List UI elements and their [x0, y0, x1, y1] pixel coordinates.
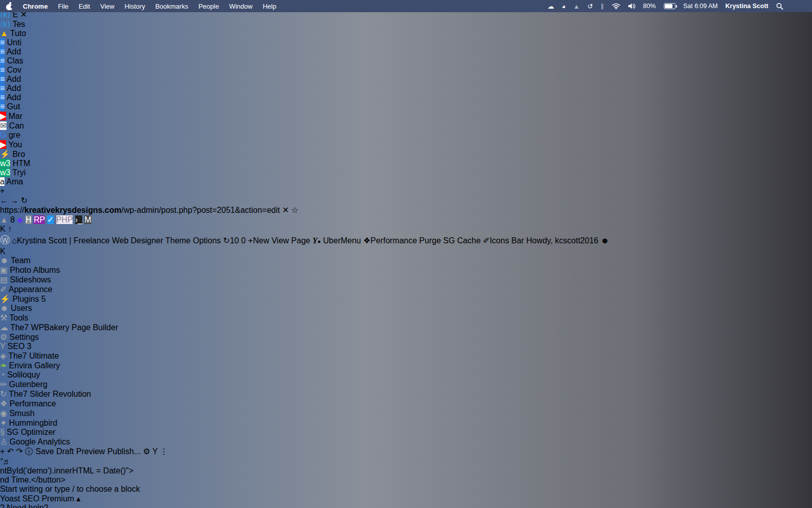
metabox-collapse-icon[interactable]: ▴ — [77, 494, 81, 503]
sidebar-item-appearance[interactable]: ✐ Appearance — [0, 284, 812, 294]
sidebar-item-slideshows[interactable]: ▤ Slideshows — [0, 275, 812, 284]
sidebar-item-team[interactable]: ☻ Team — [0, 256, 812, 265]
settings-gear-button[interactable]: ⚙ — [143, 447, 150, 456]
preview-button[interactable]: Preview — [76, 447, 105, 456]
menu-app-name[interactable]: Chrome — [23, 3, 48, 10]
menu-item[interactable]: Help — [263, 3, 277, 10]
publish-button[interactable]: Publish... — [107, 447, 141, 456]
site-shield-icon[interactable]: ✕ — [282, 206, 289, 214]
sidebar-item-soliloquy[interactable]: ◔ Soliloquy — [0, 370, 812, 379]
admin-bar-view-page[interactable]: View Page — [272, 236, 310, 245]
redo-button[interactable]: ↷ — [16, 447, 23, 456]
bluetooth-icon[interactable]: ᛒ — [600, 3, 604, 10]
browser-tab[interactable]: ≡ Gut — [0, 102, 812, 111]
h-extension-icon[interactable]: H — [25, 215, 33, 224]
terminal-extension-icon[interactable]: ›_ — [75, 215, 85, 224]
apple-menu-icon[interactable] — [6, 2, 13, 10]
cloud-status-icon[interactable]: ☁ — [548, 3, 554, 10]
browser-tab[interactable]: w3 Tryi — [0, 168, 812, 177]
audio-icon[interactable]: ♬ — [3, 457, 11, 466]
need-help-link[interactable]: Need help? — [7, 503, 48, 508]
browser-tab[interactable]: G gre — [0, 131, 812, 140]
admin-bar-comments[interactable]: 0 — [241, 236, 246, 245]
sidebar-item-plugins[interactable]: ⚡ Plugins 5 — [0, 294, 812, 304]
sidebar-item-slider-revolution[interactable]: ↻ The7 Slider Revolution — [0, 389, 812, 399]
user-avatar[interactable]: ☻ — [600, 236, 609, 245]
browser-tab[interactable]: ▶ Mar — [0, 111, 812, 121]
browser-tab[interactable]: ≡ Clas — [0, 56, 812, 66]
php-extension-icon[interactable]: PHP — [56, 215, 75, 224]
admin-bar-updates[interactable]: ↻10 — [223, 236, 239, 245]
sidebar-item-smush[interactable]: ◉ Smush — [0, 408, 812, 418]
forward-button[interactable]: → — [10, 196, 18, 205]
sidebar-item-seo[interactable]: Y SEO 3 — [0, 342, 812, 351]
admin-bar-howdy[interactable]: Howdy, kcscott2016 — [526, 236, 598, 245]
browser-tab[interactable]: ≡ Add — [0, 84, 812, 93]
drive-extension-icon[interactable]: ▲ — [0, 215, 10, 224]
diamond-extension-icon[interactable]: ◆ — [17, 215, 26, 224]
admin-bar-yoast[interactable]: Y● — [313, 236, 321, 245]
browser-tab[interactable]: ≡ Unti — [0, 38, 812, 47]
menu-bar-user[interactable]: Krystina Scott — [725, 3, 768, 10]
m-extension-icon[interactable]: M — [84, 215, 91, 224]
sidebar-item-sg-optimizer[interactable]: § SG Optimizer — [0, 428, 812, 437]
sidebar-item-wpbakery[interactable]: ☁ The7 WPBakery Page Builder — [0, 323, 812, 332]
browser-tab[interactable]: ✉ Can — [0, 121, 812, 131]
menu-item[interactable]: People — [198, 3, 219, 10]
block-placeholder-text[interactable]: Start writing or type / to choose a bloc… — [0, 485, 812, 494]
siri-icon[interactable] — [791, 3, 798, 10]
menu-item[interactable]: Window — [229, 3, 252, 10]
rp-extension-icon[interactable]: RP — [33, 215, 47, 224]
browser-tab[interactable]: ▲ Tuto — [0, 29, 812, 38]
browser-tab[interactable]: ⚡ Bro — [0, 149, 812, 159]
sidebar-item-photo-albums[interactable]: ▣ Photo Albums — [0, 265, 812, 275]
browser-tab[interactable]: a Ama — [0, 177, 812, 186]
admin-bar-site-name[interactable]: ⌂Krystina Scott | Freelance Web Designer — [12, 236, 163, 245]
browser-tab[interactable]: ▶ You — [0, 140, 812, 149]
admin-bar-icons-bar[interactable]: ✐Icons Bar — [483, 236, 524, 245]
browser-tab[interactable]: ≡ Add — [0, 75, 812, 84]
menu-bar-clock[interactable]: Sat 6:09 AM — [683, 3, 718, 10]
save-draft-button[interactable]: Save Draft — [36, 447, 74, 456]
admin-bar-performance[interactable]: ❖Performance — [363, 236, 417, 245]
admin-bar-theme-options[interactable]: Theme Options — [165, 236, 221, 245]
browser-tab[interactable]: w3 HTM — [0, 159, 812, 168]
code-block[interactable]: ntById('demo').innerHTML = Date()">nd Ti… — [0, 466, 812, 485]
spotlight-icon[interactable] — [776, 3, 783, 10]
help-question-icon[interactable]: ? — [0, 503, 5, 508]
menu-item[interactable]: View — [100, 3, 114, 10]
menu-item[interactable]: File — [58, 3, 69, 10]
add-block-button[interactable]: + — [0, 447, 5, 456]
content-structure-button[interactable]: ⓘ — [25, 447, 33, 456]
adobe-status-icon[interactable]: ▲ — [573, 3, 580, 10]
wp-logo[interactable]: Ⓦ — [0, 236, 10, 245]
more-options-button[interactable]: ⋮ — [160, 447, 168, 456]
admin-bar-ubermenu[interactable]: UberMenu — [323, 236, 361, 245]
browser-profile-avatar[interactable]: K — [0, 225, 6, 233]
url-text[interactable]: https://kreativekrysdesigns.com/wp-admin… — [0, 206, 280, 214]
sidebar-item-google-analytics[interactable]: ♙ Google Analytics — [0, 437, 812, 447]
sidebar-item-hummingbird[interactable]: ✦ Hummingbird — [0, 418, 812, 428]
check-extension-icon[interactable]: ✓ — [47, 215, 56, 224]
menu-item[interactable]: Edit — [79, 3, 90, 10]
sidebar-item-performance[interactable]: ❖ Performance — [0, 399, 812, 408]
menu-item[interactable]: History — [124, 3, 145, 10]
yoast-seo-button[interactable]: Y — [152, 447, 157, 456]
sidebar-item-settings[interactable]: ⚙ Settings — [0, 332, 812, 342]
volume-icon[interactable] — [628, 3, 635, 9]
bookmark-star-icon[interactable]: ☆ — [291, 206, 298, 214]
upload-icon[interactable]: ↑ — [8, 225, 12, 233]
browser-tab[interactable]: ≡ Add — [0, 93, 812, 102]
browser-tab[interactable]: ⟨k⟩ Tes — [0, 19, 812, 29]
sidebar-item-envira-gallery[interactable]: ❧ Envira Gallery — [0, 361, 812, 370]
undo-button[interactable]: ↶ — [7, 447, 14, 456]
back-button[interactable]: ← — [0, 196, 8, 205]
reload-button[interactable]: ↻ — [21, 196, 27, 205]
sidebar-item-tools[interactable]: ⚒ Tools — [0, 313, 812, 323]
adblock-extension-icon[interactable]: 8 — [10, 215, 17, 224]
admin-bar-purge-cache[interactable]: Purge SG Cache — [419, 236, 481, 245]
creative-cloud-status-icon[interactable]: ◕ — [562, 3, 566, 10]
sidebar-item-gutenberg[interactable]: ✏ Gutenberg — [0, 379, 812, 389]
sidebar-item-the7-ultimate[interactable]: ◈ The7 Ultimate — [0, 351, 812, 361]
time-machine-icon[interactable]: ↺ — [587, 3, 593, 10]
